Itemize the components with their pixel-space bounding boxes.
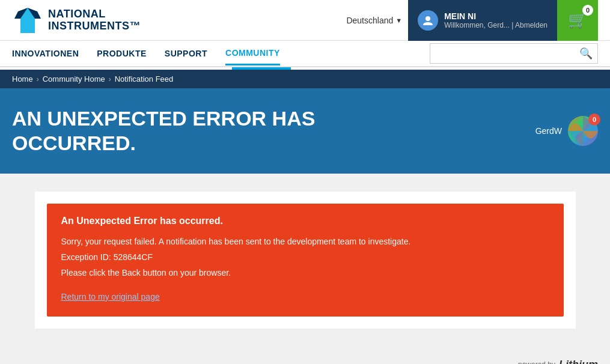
lithium-brand: Lithium — [559, 359, 598, 364]
svg-point-3 — [425, 16, 430, 21]
error-title: AN UNEXPECTED ERROR HAS OCCURRED. — [12, 106, 315, 156]
breadcrumb-sep-2: › — [109, 75, 111, 83]
nav-innovationen[interactable]: INNOVATIONEN — [12, 43, 79, 64]
top-right-controls: Deutschland ▼ MEIN NI Willkommen, Gerd..… — [346, 0, 598, 41]
region-selector[interactable]: Deutschland ▼ — [346, 16, 402, 25]
top-navigation: NATIONAL INSTRUMENTS™ Deutschland ▼ MEIN… — [0, 0, 610, 41]
breadcrumb-current: Notification Feed — [115, 74, 174, 83]
mein-ni-text: MEIN NI Willkommen, Gerd... | Abmelden — [444, 11, 547, 29]
error-title-line2: OCCURRED. — [12, 131, 315, 156]
error-headline: An Unexpected Error has occurred. — [61, 216, 549, 226]
main-nav-links: INNOVATIONEN PRODUKTE SUPPORT COMMUNITY — [12, 42, 430, 65]
cart-badge: 0 — [582, 5, 593, 16]
search-input[interactable] — [430, 49, 575, 58]
user-avatar-wrapper: 0 — [568, 116, 598, 146]
notification-badge: 0 — [588, 114, 600, 126]
mein-ni-welcome: Willkommen, Gerd... | Abmelden — [444, 21, 547, 29]
logo-area[interactable]: NATIONAL INSTRUMENTS™ — [12, 7, 141, 34]
region-label: Deutschland — [346, 16, 393, 25]
user-badge: GerdW 0 — [535, 116, 598, 146]
ni-logo-bird — [12, 7, 43, 34]
mein-ni-button[interactable]: MEIN NI Willkommen, Gerd... | Abmelden — [408, 0, 557, 41]
breadcrumb: Home › Community Home › Notification Fee… — [0, 70, 610, 88]
powered-by: powered by Lithium — [12, 359, 598, 364]
breadcrumb-sep-1: › — [37, 75, 39, 83]
return-to-original-link[interactable]: Return to my original page — [61, 292, 160, 302]
breadcrumb-community-home[interactable]: Community Home — [43, 74, 105, 83]
error-body1: Sorry, your request failed. A notificati… — [61, 235, 549, 248]
error-title-line1: AN UNEXPECTED ERROR HAS — [12, 106, 315, 131]
error-body2: Exception ID: 528644CF — [61, 250, 549, 264]
error-body3: Please click the Back button on your bro… — [61, 266, 549, 279]
error-box: An Unexpected Error has occurred. Sorry,… — [47, 204, 564, 317]
mein-ni-title: MEIN NI — [444, 11, 547, 21]
logo-text: NATIONAL INSTRUMENTS™ — [48, 8, 141, 32]
search-box: 🔍 — [430, 43, 598, 64]
error-container: An Unexpected Error has occurred. Sorry,… — [35, 192, 576, 329]
chevron-down-icon: ▼ — [395, 17, 402, 24]
powered-by-text: powered by — [518, 360, 555, 364]
page-header: AN UNEXPECTED ERROR HAS OCCURRED. GerdW … — [0, 88, 610, 174]
nav-produkte[interactable]: PRODUKTE — [97, 43, 147, 64]
footer: powered by Lithium — [0, 347, 610, 364]
user-badge-name: GerdW — [535, 126, 562, 136]
search-button[interactable]: 🔍 — [575, 47, 597, 60]
search-icon: 🔍 — [579, 47, 593, 60]
cart-button[interactable]: 🛒 0 — [557, 0, 598, 41]
main-navigation: INNOVATIONEN PRODUKTE SUPPORT COMMUNITY … — [0, 41, 610, 67]
nav-community[interactable]: COMMUNITY — [225, 42, 280, 65]
breadcrumb-home[interactable]: Home — [12, 74, 33, 83]
nav-support[interactable]: SUPPORT — [165, 43, 207, 64]
user-icon — [418, 10, 438, 31]
